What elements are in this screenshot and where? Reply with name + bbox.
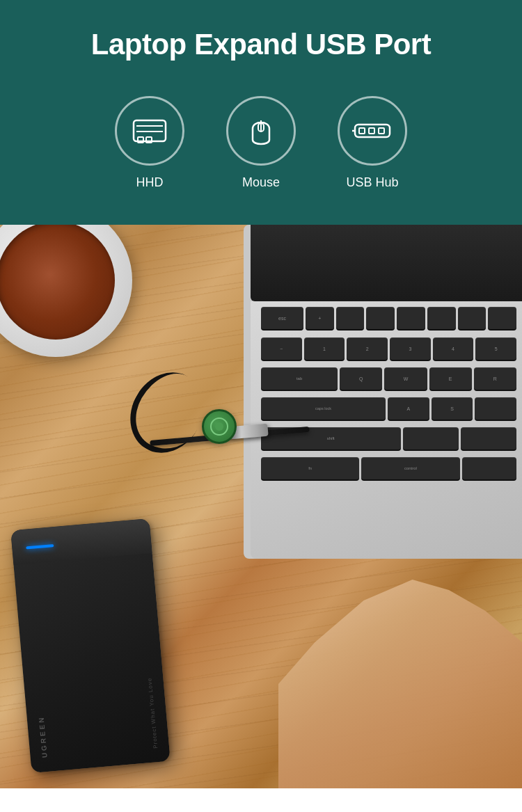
key-r1k4 [366, 307, 395, 329]
key-a: A [388, 397, 429, 420]
key-1: 1 [304, 337, 345, 360]
ugreen-logo-svg [209, 416, 230, 437]
svg-rect-8 [359, 128, 365, 134]
svg-rect-10 [379, 128, 384, 134]
key-2: 2 [347, 337, 388, 360]
key-s: S [432, 397, 473, 420]
hdd-brand-text: UGREEN [38, 715, 49, 758]
key-capslock: caps lock [261, 397, 386, 420]
top-section: Laptop Expand USB Port HHD [0, 0, 522, 225]
key-r1k8 [488, 307, 516, 329]
svg-point-13 [215, 422, 223, 431]
laptop-screen [251, 225, 522, 301]
key-x [461, 427, 516, 449]
key-3: 3 [390, 337, 431, 360]
hdd-tagline-text: Protect What You Love [146, 677, 159, 749]
key-tab: tab [261, 367, 338, 390]
key-r: R [474, 367, 516, 390]
usbhub-item: USB Hub [338, 96, 407, 190]
key-r1k7 [458, 307, 487, 329]
svg-rect-9 [369, 128, 374, 134]
mouse-label: Mouse [242, 175, 280, 190]
hdd-label: HHD [136, 175, 164, 190]
photo-section: esc + ~ 1 2 3 4 5 [0, 225, 522, 788]
key-r1k6 [427, 307, 456, 329]
hdd-icon [129, 111, 170, 151]
main-title: Laptop Expand USB Port [91, 28, 431, 61]
hdd-item: HHD [115, 96, 184, 190]
key-plus: + [306, 307, 334, 329]
key-r1k3 [336, 307, 365, 329]
hub-icon [352, 111, 393, 151]
key-w: W [384, 367, 427, 390]
icons-row: HHD Mouse [115, 96, 407, 190]
key-r1k5 [397, 307, 425, 329]
key-esc: esc [261, 307, 303, 329]
key-4: 4 [433, 337, 474, 360]
ugreen-logo [202, 409, 237, 444]
hdd-device: UGREEN Protect What You Love [10, 518, 171, 773]
key-5: 5 [475, 337, 516, 360]
hub-circle [338, 96, 407, 166]
key-control: control [361, 457, 459, 479]
mouse-icon [241, 111, 281, 151]
key-z [403, 427, 459, 449]
key-d [475, 397, 516, 420]
key-opt [462, 457, 516, 479]
key-q: Q [340, 367, 382, 390]
key-e: E [429, 367, 472, 390]
hdd-circle [115, 96, 184, 166]
laptop: esc + ~ 1 2 3 4 5 [244, 225, 522, 559]
key-fn: fn [261, 457, 359, 479]
key-tilde: ~ [261, 337, 302, 360]
mouse-circle [226, 96, 296, 166]
mouse-item: Mouse [226, 96, 296, 190]
usbhub-label: USB Hub [346, 175, 398, 190]
